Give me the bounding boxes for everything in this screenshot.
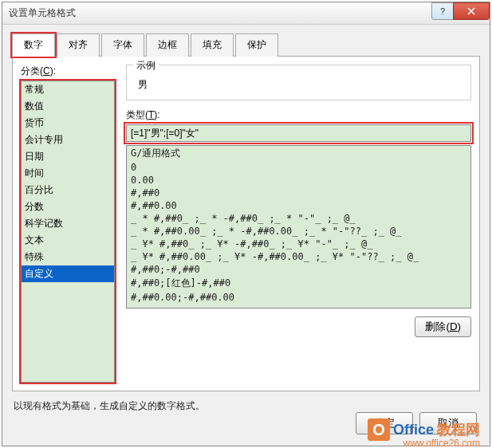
tab-5[interactable]: 保护 — [235, 33, 278, 57]
category-item[interactable]: 日期 — [22, 148, 114, 165]
category-item[interactable]: 时间 — [22, 165, 114, 182]
help-button[interactable]: ? — [431, 2, 454, 20]
type-item[interactable]: _ ¥* #,##0_ ;_ ¥* -#,##0_ ;_ ¥* "-"_ ;_ … — [127, 238, 470, 250]
tab-3[interactable]: 边框 — [146, 33, 189, 57]
tab-1[interactable]: 对齐 — [57, 33, 100, 57]
cancel-button[interactable]: 取消 — [419, 412, 477, 434]
watermark-url: www.office26.com — [403, 438, 481, 448]
type-item[interactable]: 0 — [127, 161, 470, 174]
close-icon — [467, 7, 475, 15]
category-item[interactable]: 会计专用 — [22, 132, 114, 148]
tabstrip: 数字对齐字体边框填充保护 — [12, 33, 480, 57]
category-item[interactable]: 特殊 — [22, 249, 114, 265]
category-item[interactable]: 自定义 — [22, 265, 114, 282]
sample-label: 示例 — [133, 59, 159, 73]
sample-box: 示例 男 — [126, 65, 471, 100]
type-item[interactable]: #,##0.00 — [127, 199, 470, 212]
hint-text: 以现有格式为基础，生成自定义的数字格式。 — [12, 391, 480, 413]
titlebar-buttons: ? — [432, 2, 490, 20]
category-item[interactable]: 文本 — [22, 232, 114, 249]
delete-row: 删除(D) — [126, 316, 471, 337]
type-label: 类型(T): — [126, 108, 471, 122]
category-item[interactable]: 货币 — [22, 115, 114, 132]
sample-value: 男 — [135, 78, 462, 92]
type-item[interactable]: #,##0 — [127, 187, 470, 199]
category-item[interactable]: 数值 — [22, 98, 114, 115]
type-item[interactable]: #,##0.00;-#,##0.00 — [127, 291, 470, 304]
type-item[interactable]: G/通用格式 — [127, 146, 470, 161]
format-detail-column: 示例 男 类型(T): G/通用格式00.00#,##0#,##0.00_ * … — [126, 65, 471, 383]
ok-button[interactable]: 确定 — [356, 412, 413, 434]
category-item[interactable]: 百分比 — [22, 182, 114, 198]
category-column: 分类(C): 常规数值货币会计专用日期时间百分比分数科学记数文本特殊自定义 — [21, 65, 115, 383]
tab-4[interactable]: 填充 — [191, 33, 234, 57]
dialog-window: 设置单元格格式 ? 数字对齐字体边框填充保护 分类(C): 常规数值货币会计专用… — [2, 2, 490, 446]
window-title: 设置单元格格式 — [9, 6, 76, 20]
category-listbox[interactable]: 常规数值货币会计专用日期时间百分比分数科学记数文本特殊自定义 — [21, 81, 115, 383]
type-item[interactable]: 0.00 — [127, 174, 470, 187]
type-item[interactable]: _ ¥* #,##0.00_ ;_ ¥* -#,##0.00_ ;_ ¥* "-… — [127, 250, 470, 263]
type-input[interactable] — [126, 124, 471, 142]
category-item[interactable]: 常规 — [22, 81, 114, 98]
delete-button[interactable]: 删除(D) — [415, 316, 471, 337]
tab-2[interactable]: 字体 — [101, 33, 144, 57]
tab-0[interactable]: 数字 — [12, 33, 55, 57]
dialog-buttons: 确定 取消 — [356, 412, 477, 434]
tab-panel-number: 分类(C): 常规数值货币会计专用日期时间百分比分数科学记数文本特殊自定义 示例… — [12, 57, 480, 391]
close-button[interactable] — [453, 2, 490, 20]
type-item[interactable]: _ * #,##0.00_ ;_ * -#,##0.00_ ;_ * "-"??… — [127, 225, 470, 238]
type-item[interactable]: _ * #,##0_ ;_ * -#,##0_ ;_ * "-"_ ;_ @_ — [127, 212, 470, 225]
category-item[interactable]: 分数 — [22, 198, 114, 215]
type-listbox[interactable]: G/通用格式00.00#,##0#,##0.00_ * #,##0_ ;_ * … — [126, 145, 471, 308]
category-item[interactable]: 科学记数 — [22, 215, 114, 232]
dialog-content: 数字对齐字体边框填充保护 分类(C): 常规数值货币会计专用日期时间百分比分数科… — [2, 25, 490, 421]
category-label: 分类(C): — [21, 65, 115, 78]
type-item[interactable]: #,##0;-#,##0 — [127, 263, 470, 276]
titlebar: 设置单元格格式 ? — [2, 2, 490, 25]
type-item[interactable]: #,##0;[红色]-#,##0 — [127, 276, 470, 291]
